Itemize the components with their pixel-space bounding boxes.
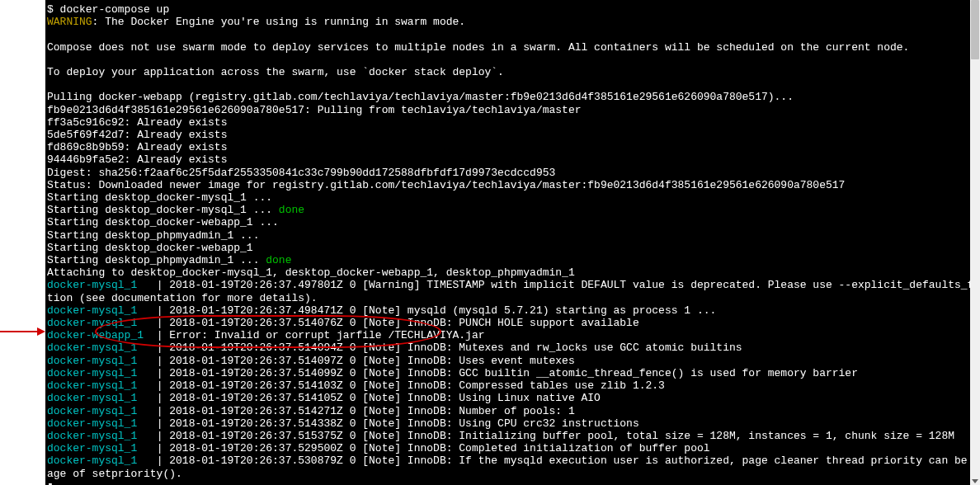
layer-line: 94446b9fa5e2: Already exists (47, 153, 974, 166)
log-line: docker-mysql_1 | 2018-01-19T20:26:37.514… (47, 341, 974, 354)
log-line: docker-mysql_1 | 2018-01-19T20:26:37.530… (47, 454, 974, 467)
info-line: Compose does not use swarm mode to deplo… (47, 41, 974, 54)
starting-line: Starting desktop_docker-webapp_1 (47, 242, 974, 254)
log-line: docker-mysql_1 | 2018-01-19T20:26:37.514… (47, 392, 974, 404)
log-line: tion (see documentation for more details… (47, 292, 974, 304)
log-line: docker-mysql_1 | 2018-01-19T20:26:37.514… (47, 317, 974, 329)
attach-line: Attaching to desktop_docker-mysql_1, des… (47, 266, 974, 279)
log-line: docker-mysql_1 | 2018-01-19T20:26:37.529… (47, 442, 974, 454)
pull-line: fb9e0213d6d4f385161e29561e626090a780e517… (47, 104, 974, 116)
log-line: docker-mysql_1 | 2018-01-19T20:26:37.514… (47, 417, 974, 430)
layer-line: 5de5f69f42d7: Already exists (47, 129, 974, 141)
vertical-scrollbar[interactable] (970, 0, 980, 485)
scrollbar-thumb[interactable] (971, 0, 979, 59)
log-line: age of setpriority(). (47, 468, 974, 480)
log-line: docker-mysql_1 | 2018-01-19T20:26:37.497… (47, 279, 974, 291)
command-line: $ docker-compose up (47, 3, 974, 16)
scroll-down-icon[interactable] (972, 479, 978, 483)
layer-line: ff3a5c916c92: Already exists (47, 116, 974, 129)
layer-line: fd869c8b9b59: Already exists (47, 141, 974, 153)
log-line: docker-mysql_1 | 2018-01-19T20:26:37.514… (47, 379, 974, 392)
log-line: docker-mysql_1 | 2018-01-19T20:26:37.515… (47, 430, 974, 442)
pull-line: Pulling docker-webapp (registry.gitlab.c… (47, 91, 974, 103)
log-line: docker-mysql_1 | 2018-01-19T20:26:37.514… (47, 355, 974, 367)
starting-line: Starting desktop_docker-mysql_1 ... done (47, 204, 974, 216)
log-line: docker-mysql_1 | 2018-01-19T20:26:37.498… (47, 304, 974, 317)
status-line: Status: Downloaded newer image for regis… (47, 179, 974, 191)
info-line: To deploy your application across the sw… (47, 66, 974, 78)
log-line: docker-mysql_1 | 2018-01-19T20:26:37.514… (47, 367, 974, 379)
terminal-output[interactable]: $ docker-compose upWARNING: The Docker E… (45, 0, 976, 485)
annotation-arrow-icon (0, 327, 45, 337)
starting-line: Starting desktop_docker-mysql_1 ... (47, 191, 974, 204)
digest-line: Digest: sha256:f2aaf6c25f5daf2553350841c… (47, 167, 974, 179)
warning-line: WARNING: The Docker Engine you're using … (47, 16, 974, 28)
log-line-error: docker-webapp_1 | Error: Invalid or corr… (47, 329, 974, 341)
cursor: ▮ (47, 480, 974, 485)
starting-line: Starting desktop_phpmyadmin_1 ... (47, 229, 974, 242)
svg-marker-1 (37, 327, 45, 336)
starting-line: Starting desktop_phpmyadmin_1 ... done (47, 254, 974, 266)
starting-line: Starting desktop_docker-webapp_1 ... (47, 216, 974, 228)
log-line: docker-mysql_1 | 2018-01-19T20:26:37.514… (47, 405, 974, 417)
